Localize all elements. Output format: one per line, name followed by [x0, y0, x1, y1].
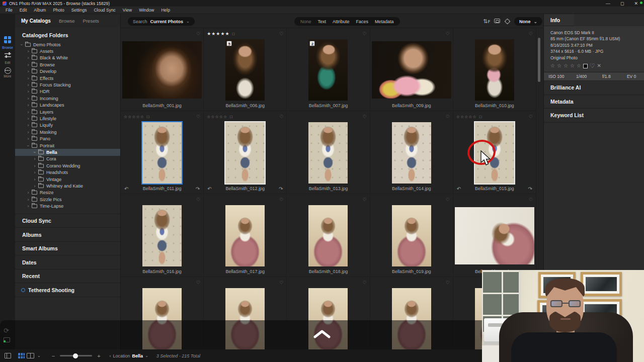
close-button[interactable]: ✕ [634, 1, 638, 6]
photo-thumbnail[interactable]: 2 [308, 39, 348, 101]
photo-cell[interactable]: ♡BellaSmith_017.jpg [204, 194, 287, 277]
folder-row-resize[interactable]: ›Resize [15, 190, 120, 196]
chevron-right-icon[interactable]: › [32, 177, 37, 182]
chevron-right-icon[interactable]: › [26, 116, 31, 121]
photo-thumbnail[interactable] [455, 207, 534, 264]
heart-icon[interactable]: ♡ [362, 31, 366, 36]
folder-row-masking[interactable]: ›Masking [15, 129, 120, 135]
chevron-right-icon[interactable]: › [32, 156, 37, 161]
chevron-right-icon[interactable]: › [26, 82, 31, 87]
menu-item-edit[interactable]: Edit [16, 8, 31, 13]
zoom-in-button[interactable]: + [97, 353, 100, 359]
chevron-right-icon[interactable]: › [26, 76, 31, 81]
empty-star-rating-icon[interactable]: ☆☆☆☆☆ [124, 115, 144, 119]
chevron-right-icon[interactable]: › [26, 49, 31, 54]
photo-thumbnail[interactable] [308, 205, 348, 266]
chevron-right-icon[interactable]: › [26, 136, 31, 141]
photo-thumbnail[interactable] [392, 205, 431, 266]
menu-item-help[interactable]: Help [157, 8, 173, 13]
folder-row-pano[interactable]: ›Pano [15, 135, 120, 142]
folder-row-portrait[interactable]: ›Portrait [15, 142, 120, 149]
menu-item-cloud-sync[interactable]: Cloud Sync [90, 8, 119, 13]
photo-cell[interactable]: ♡BellaSmith_010.jpg [453, 28, 536, 111]
menu-item-album[interactable]: Album [30, 8, 49, 13]
chevron-right-icon[interactable]: › [26, 123, 31, 128]
menu-item-photo[interactable]: Photo [49, 8, 67, 13]
sidebar-section-tethered-shooting[interactable]: Tethered Shooting [15, 283, 120, 297]
rotate-right-icon[interactable]: ↷ [528, 186, 532, 192]
chevron-right-icon[interactable]: › [32, 163, 37, 168]
folder-row-assets[interactable]: ›Assets [15, 48, 120, 54]
filter-tab-none[interactable]: None [300, 19, 311, 24]
preview-panes-icon[interactable] [494, 19, 500, 23]
photo-cell[interactable]: ☆☆☆☆☆□♡BellaSmith_012.jpg↶↷ [204, 111, 287, 194]
photo-cell[interactable]: ♡2BellaSmith_007.jpg [287, 28, 370, 111]
color-label-swatch[interactable] [583, 64, 588, 68]
photo-cell[interactable]: ☆☆☆☆☆□♡BellaSmith_011.jpg↶↷ [121, 111, 204, 194]
photo-thumbnail[interactable] [392, 122, 431, 184]
folder-row-cora[interactable]: ›Cora [15, 156, 120, 162]
chevron-right-icon[interactable]: › [26, 103, 31, 108]
heart-icon[interactable]: ♡ [196, 114, 200, 119]
slider-thumb[interactable] [73, 353, 78, 358]
chevron-right-icon[interactable]: › [26, 204, 31, 209]
photo-cell[interactable]: ♡BellaSmith_013.jpg [287, 111, 370, 194]
photo-thumbnail[interactable] [475, 39, 514, 101]
star-rating-icon[interactable]: ☆ [564, 63, 568, 69]
photo-cell[interactable]: ♡BellaSmith_018.jpg [287, 194, 370, 277]
heart-icon[interactable]: ♡ [446, 197, 450, 202]
detail-view-icon[interactable] [27, 353, 34, 358]
star-rating-icon[interactable]: ☆ [557, 63, 561, 69]
location-value[interactable]: Bella [132, 353, 143, 358]
chevron-right-icon[interactable]: › [26, 69, 31, 74]
photo-thumbnail[interactable] [122, 41, 202, 99]
section-keyword-list[interactable]: Keyword List [544, 109, 644, 123]
photo-cell[interactable]: ♡BellaSmith_001.jpg [121, 28, 204, 111]
sidebar-section-cloud-sync[interactable]: Cloud Sync [15, 214, 120, 228]
photo-thumbnail[interactable] [225, 205, 265, 266]
folder-row-landscapes[interactable]: ›Landscapes [15, 102, 120, 109]
rotate-left-icon[interactable]: ↶ [124, 186, 128, 192]
folder-row-headshots[interactable]: ›Headshots [15, 169, 120, 175]
menu-item-settings[interactable]: Settings [68, 8, 91, 13]
sidebar-section-smart-albums[interactable]: Smart Albums [15, 242, 120, 256]
chevron-right-icon[interactable]: › [26, 190, 31, 195]
rail-item-more[interactable]: ••• More [0, 64, 15, 78]
chevron-right-icon[interactable]: › [26, 96, 31, 101]
search-control[interactable]: Search Current Photos ⌄ [128, 17, 195, 26]
expand-chevron-icon[interactable] [313, 329, 331, 338]
filter-tab-attribute[interactable]: Attribute [333, 19, 350, 24]
filter-tab-text[interactable]: Text [318, 19, 327, 24]
empty-star-rating-icon[interactable]: ☆☆☆☆☆ [456, 115, 477, 119]
tab-my-catalogs[interactable]: My Catalogs [21, 18, 51, 24]
photo-cell[interactable]: ♡BellaSmith_016.jpg [121, 194, 204, 277]
folder-row-whitney-and-katie[interactable]: ›Whitney and Katie [15, 183, 120, 189]
rotate-left-icon[interactable]: ↶ [457, 186, 461, 192]
search-scope-value[interactable]: Current Photos [150, 19, 184, 24]
label-square-icon[interactable]: □ [230, 115, 232, 119]
minimize-button[interactable]: — [606, 1, 610, 6]
sort-icon[interactable]: ⇅ꜰ [483, 18, 491, 25]
toggle-panel-icon[interactable] [5, 353, 11, 358]
folder-row-vintage[interactable]: ›Vintage [15, 176, 120, 183]
folder-row-corano-wedding[interactable]: ›Corano Wedding [15, 162, 120, 169]
chevron-down-icon[interactable]: › [19, 42, 24, 47]
heart-icon[interactable]: ♡ [279, 197, 283, 202]
heart-icon[interactable]: ♡ [279, 31, 283, 36]
photo-cell[interactable]: ★★★★★□♡5BellaSmith_006.jpg [204, 28, 287, 111]
heart-icon[interactable]: ♡ [196, 31, 200, 36]
back-chevron-icon[interactable]: ‹ [110, 353, 111, 358]
photo-thumbnail[interactable] [308, 122, 348, 184]
sidebar-section-recent[interactable]: Recent [15, 269, 120, 284]
photo-thumbnail[interactable] [372, 41, 451, 99]
label-square-icon[interactable]: □ [147, 115, 149, 119]
like-heart-icon[interactable]: ♡ [590, 63, 595, 69]
tab-presets[interactable]: Presets [83, 18, 99, 24]
chevron-right-icon[interactable]: › [26, 55, 31, 60]
photo-cell[interactable]: ♡BellaSmith_020.jpg [453, 194, 536, 277]
photo-thumbnail[interactable] [142, 205, 182, 266]
photo-thumbnail[interactable]: 5 [225, 39, 265, 101]
rotate-right-icon[interactable]: ↷ [279, 186, 283, 192]
rail-item-browse[interactable]: Browse [0, 36, 15, 49]
photo-thumbnail[interactable] [142, 122, 182, 184]
